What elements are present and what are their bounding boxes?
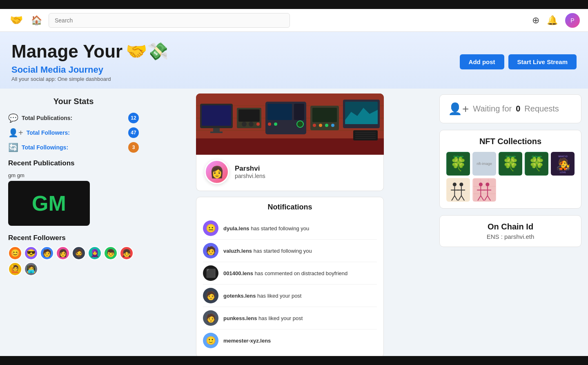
svg-point-53: [452, 182, 456, 186]
svg-point-26: [319, 124, 322, 127]
nft-title: NFT Collections: [446, 137, 575, 146]
gm-card[interactable]: GM: [8, 181, 90, 226]
svg-text:@nftguide: @nftguide: [531, 155, 541, 158]
follower-avatar[interactable]: 🧔: [72, 246, 86, 260]
svg-point-27: [325, 124, 328, 127]
profile-avatar: 👩: [205, 160, 229, 184]
nft-grid: 🍀 @nftguide nft-image 🍀 @nftguide: [446, 152, 575, 202]
nft-item-1[interactable]: 🍀 @nftguide: [446, 152, 470, 176]
follower-avatar[interactable]: 😊: [8, 246, 22, 260]
logo-icon: 🤝: [8, 12, 24, 29]
hero-subtitle-bold: Social Media: [11, 65, 66, 75]
hero-subtitle-sub: All your social app: One simple dashboar…: [11, 76, 168, 82]
on-chain-title: On Chain Id: [446, 222, 575, 231]
follower-avatar[interactable]: 👦: [104, 246, 118, 260]
search-input[interactable]: [49, 13, 290, 28]
stat-row-publications: 💬 Total Publications: 12: [8, 113, 139, 123]
followings-count: 3: [128, 142, 139, 153]
top-bar: [0, 0, 588, 9]
notif-text: valuzh.lens has started following you: [223, 248, 312, 254]
hero-buttons: Add post Start Live Stream: [460, 54, 577, 69]
notif-avatar: ⬛: [203, 265, 218, 281]
home-icon[interactable]: 🏠: [31, 15, 42, 26]
svg-rect-17: [294, 104, 304, 120]
notif-text: punkess.lens has liked your post: [223, 315, 303, 321]
svg-rect-7: [202, 105, 231, 126]
live-stream-button[interactable]: Start Live Stream: [508, 54, 577, 69]
svg-point-73: [486, 182, 489, 186]
svg-text:🍀: 🍀: [502, 156, 519, 172]
recent-followers-title: Recent Followers: [8, 234, 139, 242]
profile-card: 👩 Parshvi parshvi.lens: [196, 155, 384, 191]
stats-title: Your Stats: [8, 97, 139, 106]
follower-avatar[interactable]: 🧕: [88, 246, 102, 260]
waiting-count: 0: [516, 104, 520, 114]
hero-title-text: Manage Your: [11, 42, 122, 61]
add-icon[interactable]: ⊕: [532, 15, 539, 26]
svg-point-68: [479, 182, 482, 186]
notif-avatar: 🙂: [203, 333, 218, 348]
waiting-icon: 👤+: [448, 102, 469, 116]
notification-item: 🧑 gotenks.lens has liked your post: [203, 285, 377, 307]
svg-point-13: [249, 122, 254, 127]
svg-rect-11: [238, 109, 260, 122]
notif-text: dyula.lens has started following you: [223, 225, 309, 231]
notification-item: 🧑 punkess.lens has liked your post: [203, 307, 377, 329]
nft-item-5[interactable]: 🧑‍🎤 WHAT ID LOVE: [551, 152, 575, 176]
svg-point-12: [242, 122, 247, 127]
publications-count: 12: [128, 113, 139, 123]
notif-text: 001400.lens has commented on distracted …: [223, 270, 347, 276]
gm-text: GM: [32, 191, 66, 216]
left-sidebar: Your Stats 💬 Total Publications: 12 👤+ T…: [0, 89, 147, 363]
svg-text:LOVE: LOVE: [560, 171, 566, 173]
notif-avatar: 😐: [203, 220, 218, 236]
svg-point-18: [297, 121, 303, 127]
nft-item-3[interactable]: 🍀 @nftguide: [499, 152, 522, 176]
followers-label: Total Followers:: [27, 129, 125, 136]
svg-text:🍀: 🍀: [528, 156, 546, 172]
notif-text: memester-xyz.lens: [223, 338, 271, 344]
on-chain-ens: ENS : parshvi.eth: [446, 233, 575, 240]
nft-section: NFT Collections 🍀 @nftguide nft-image: [439, 130, 581, 209]
center-column: 👩 Parshvi parshvi.lens Notifications 😐 d…: [147, 89, 433, 363]
bottom-bar: [0, 356, 588, 365]
notifications-title: Notifications: [203, 203, 377, 211]
svg-point-28: [331, 124, 334, 127]
nft-item-7[interactable]: [472, 178, 496, 202]
svg-text:🍀: 🍀: [450, 156, 467, 172]
hero-title: Manage Your 🤝💸: [11, 42, 168, 61]
profile-info: Parshvi parshvi.lens: [235, 165, 265, 179]
navbar-icons: ⊕ 🔔 P: [532, 13, 580, 28]
nft-item-6[interactable]: [446, 178, 470, 202]
right-column: 👤+ Waiting for 0 Requests NFT Collection…: [433, 89, 588, 363]
svg-point-14: [256, 122, 260, 126]
svg-text:WHAT ID: WHAT ID: [558, 155, 568, 158]
follower-avatar[interactable]: 😎: [24, 246, 38, 260]
avatar[interactable]: P: [565, 13, 580, 28]
follower-avatar[interactable]: 🧑: [40, 246, 54, 260]
notif-avatar: 🧑: [203, 243, 218, 258]
nft-item-4[interactable]: 🍀 @nftguide: [525, 152, 548, 176]
stat-row-followers: 👤+ Total Followers: 47: [8, 127, 139, 138]
notification-item: ⬛ 001400.lens has commented on distracte…: [203, 262, 377, 285]
profile-banner: [196, 93, 384, 155]
notifications-section: Notifications 😐 dyula.lens has started f…: [196, 197, 384, 358]
add-post-button[interactable]: Add post: [460, 54, 504, 69]
svg-text:@nftguide: @nftguide: [505, 155, 515, 158]
follower-avatar[interactable]: 👩: [56, 246, 70, 260]
follower-avatar[interactable]: 👧: [120, 246, 134, 260]
waiting-section: 👤+ Waiting for 0 Requests: [439, 94, 581, 123]
follower-avatar[interactable]: 🧑‍💻: [24, 262, 38, 276]
notif-avatar: 🧑: [203, 288, 218, 303]
notif-text: gotenks.lens has liked your post: [223, 293, 301, 299]
navbar: 🤝 🏠 ⊕ 🔔 P: [0, 9, 588, 32]
bell-icon[interactable]: 🔔: [547, 15, 558, 26]
follower-avatar[interactable]: 🙋: [8, 262, 22, 276]
nft-image-placeholder[interactable]: nft-image: [472, 152, 496, 176]
recent-pub-item: gm gm GM: [8, 172, 139, 226]
notification-item: 🙂 memester-xyz.lens: [203, 329, 377, 352]
publications-label: Total Publications:: [22, 115, 125, 121]
svg-point-25: [313, 124, 316, 127]
followings-label: Total Followings:: [22, 144, 125, 151]
followings-icon: 🔄: [8, 142, 18, 152]
